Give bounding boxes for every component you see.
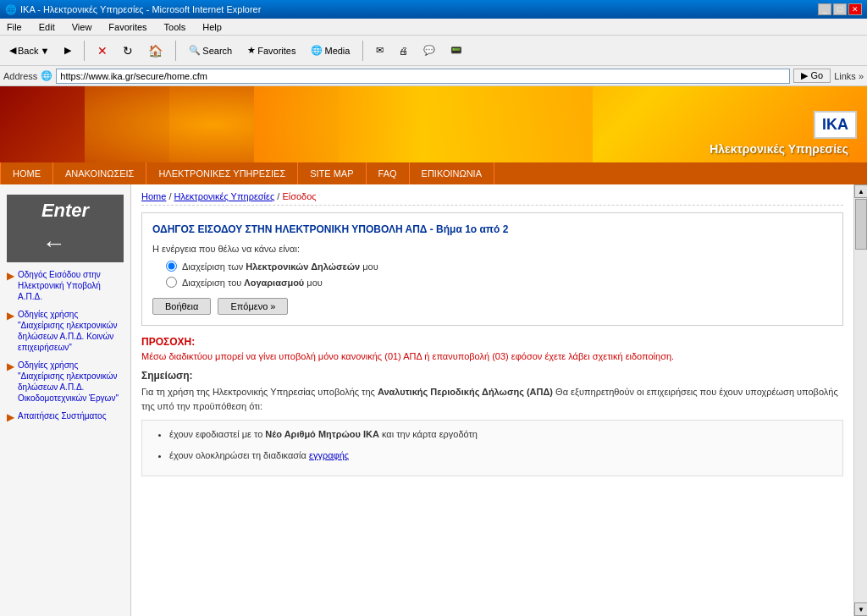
back-button[interactable]: ◀ Back ▼ bbox=[3, 42, 55, 58]
go-button[interactable]: ▶ Go bbox=[793, 69, 831, 83]
title-bar: 🌐 ΙΚΑ - Ηλεκτρονικές Υπηρεσίες - Microso… bbox=[0, 0, 867, 19]
search-icon: 🔍 bbox=[189, 45, 201, 56]
menu-favorites[interactable]: Favorites bbox=[105, 22, 150, 32]
site-title: Ηλεκτρονικές Υπηρεσίες bbox=[710, 142, 848, 156]
main-content: Home / Ηλεκτρονικές Υπηρεσίες / Είσοδος … bbox=[131, 184, 853, 616]
address-bar: Address 🌐 ▶ Go Links » bbox=[0, 66, 867, 86]
home-button[interactable]: 🏠 bbox=[142, 41, 168, 60]
stop-button[interactable]: ✕ bbox=[91, 41, 113, 60]
toolbar: ◀ Back ▼ ▶ ✕ ↻ 🏠 🔍 Search ★ Favorites 🌐 … bbox=[0, 36, 867, 66]
mail-icon: ✉ bbox=[376, 45, 384, 56]
next-button[interactable]: Επόμενο » bbox=[218, 298, 288, 315]
menu-edit[interactable]: Edit bbox=[36, 22, 58, 32]
toolbar-separator-2 bbox=[175, 41, 176, 61]
toolbar-separator-1 bbox=[84, 41, 85, 61]
toolbar-separator-3 bbox=[362, 41, 363, 61]
forward-button[interactable]: ▶ bbox=[58, 42, 77, 58]
bullet-icon: ▶ bbox=[7, 270, 14, 283]
enter-label: Enter bbox=[41, 200, 89, 222]
menu-view[interactable]: View bbox=[69, 22, 96, 32]
main-form-box: ΟΔΗΓΟΣ ΕΙΣΟΔΟΥ ΣΤΗΝ ΗΛΕΚΤΡΟΝΙΚΗ ΥΠΟΒΟΛΗ … bbox=[141, 212, 843, 326]
sidebar-item-link3[interactable]: ▶ Οδηγίες χρήσης "Διαχείρισης ηλεκτρονικ… bbox=[0, 356, 130, 407]
bullet-icon: ▶ bbox=[7, 411, 14, 425]
links-button[interactable]: Links » bbox=[834, 71, 864, 81]
back-icon: ◀ bbox=[9, 45, 16, 56]
nav-contact[interactable]: ΕΠΙΚΟΙΝΩΝΙΑ bbox=[410, 162, 494, 184]
bullet-icon: ▶ bbox=[7, 310, 14, 323]
menu-file[interactable]: File bbox=[3, 22, 25, 32]
go-arrow-icon: ▶ bbox=[801, 70, 808, 80]
maximize-button[interactable]: □ bbox=[833, 3, 847, 15]
nav-sitemap[interactable]: SITE MAP bbox=[298, 162, 366, 184]
radio-group: Διαχείριση των Ηλεκτρονικών Δηλώσεών μου… bbox=[166, 261, 832, 288]
breadcrumb-services[interactable]: Ηλεκτρονικές Υπηρεσίες bbox=[174, 191, 275, 201]
registration-link[interactable]: εγγραφής bbox=[309, 450, 349, 460]
browser-content: ΙΚΑ Ηλεκτρονικές Υπηρεσίες HOME ΑΝΑΚΟΙΝΩ… bbox=[0, 86, 867, 616]
search-button[interactable]: 🔍 Search bbox=[183, 42, 238, 58]
favorites-button[interactable]: ★ Favorites bbox=[241, 42, 301, 58]
address-input[interactable] bbox=[56, 69, 790, 84]
messenger-icon: 📟 bbox=[450, 45, 462, 56]
form-title: ΟΔΗΓΟΣ ΕΙΣΟΔΟΥ ΣΤΗΝ ΗΛΕΚΤΡΟΝΙΚΗ ΥΠΟΒΟΛΗ … bbox=[152, 223, 832, 235]
menu-tools[interactable]: Tools bbox=[161, 22, 190, 32]
star-icon: ★ bbox=[247, 45, 256, 56]
sidebar-item-link2[interactable]: ▶ Οδηγίες χρήσης "Διαχείρισης ηλεκτρονικ… bbox=[0, 305, 130, 356]
warning-section: ΠΡΟΣΟΧΗ: Μέσω διαδικτύου μπορεί να γίνει… bbox=[141, 336, 843, 361]
print-icon: 🖨 bbox=[399, 46, 408, 56]
dropdown-arrow-icon: ▼ bbox=[40, 46, 49, 56]
note-title: Σημείωση: bbox=[141, 370, 843, 382]
media-icon: 🌐 bbox=[311, 45, 323, 56]
note-section: Σημείωση: Για τη χρήση της Ηλεκτρονικής … bbox=[141, 370, 843, 476]
sidebar-item-link1[interactable]: ▶ Οδηγός Εισόδου στην Ηλεκτρονική Υποβολ… bbox=[0, 266, 130, 305]
nav-services[interactable]: ΗΛΕΚΤΡΟΝΙΚΕΣ ΥΠΗΡΕΣΙΕΣ bbox=[146, 162, 298, 184]
home-icon: 🏠 bbox=[148, 44, 163, 58]
radio-declarations-input[interactable] bbox=[166, 261, 177, 272]
sidebar: Enter ← ▶ Οδηγός Εισόδου στην Ηλεκτρονικ… bbox=[0, 184, 131, 616]
scroll-thumb[interactable] bbox=[855, 199, 867, 250]
address-label: Address bbox=[3, 71, 37, 81]
nav-home[interactable]: HOME bbox=[0, 162, 53, 184]
content-area: Enter ← ▶ Οδηγός Εισόδου στην Ηλεκτρονικ… bbox=[0, 184, 867, 616]
page-icon: 🌐 bbox=[41, 70, 52, 81]
window-title: ΙΚΑ - Ηλεκτρονικές Υπηρεσίες - Microsoft… bbox=[20, 4, 261, 14]
menu-bar: File Edit View Favorites Tools Help bbox=[0, 19, 867, 36]
help-button[interactable]: Βοήθεια bbox=[152, 298, 211, 315]
media-button[interactable]: 🌐 Media bbox=[305, 42, 356, 58]
button-row: Βοήθεια Επόμενο » bbox=[152, 298, 832, 315]
nav-bar: HOME ΑΝΑΚΟΙΝΩΣΕΙΣ ΗΛΕΚΤΡΟΝΙΚΕΣ ΥΠΗΡΕΣΙΕΣ… bbox=[0, 162, 867, 184]
breadcrumb-home[interactable]: Home bbox=[141, 191, 166, 201]
scroll-track[interactable] bbox=[854, 198, 867, 602]
enter-arrow-icon: ← bbox=[41, 230, 89, 257]
radio-account-input[interactable] bbox=[166, 277, 177, 288]
radio-item-declarations[interactable]: Διαχείριση των Ηλεκτρονικών Δηλώσεών μου bbox=[166, 261, 832, 272]
forward-icon: ▶ bbox=[64, 45, 71, 56]
minimize-button[interactable]: _ bbox=[818, 3, 831, 15]
radio-item-account[interactable]: Διαχείριση του Λογαριασμού μου bbox=[166, 277, 832, 288]
scrollbar: ▲ ▼ bbox=[853, 184, 867, 616]
note-text: Για τη χρήση της Ηλεκτρονικής Υπηρεσίας … bbox=[141, 385, 843, 413]
scroll-down-button[interactable]: ▼ bbox=[854, 602, 867, 616]
sidebar-item-link4[interactable]: ▶ Απαιτήσεις Συστήματος bbox=[0, 407, 130, 428]
menu-help[interactable]: Help bbox=[199, 22, 225, 32]
note-box: έχουν εφοδιαστεί με το Νέο Αριθμό Μητρώο… bbox=[141, 420, 843, 476]
scroll-up-button[interactable]: ▲ bbox=[854, 184, 867, 198]
nav-faq[interactable]: FAQ bbox=[367, 162, 410, 184]
close-button[interactable]: ✕ bbox=[848, 3, 862, 15]
ika-logo: ΙΚΑ bbox=[814, 111, 857, 139]
messenger-button[interactable]: 📟 bbox=[445, 42, 468, 58]
bullet-icon: ▶ bbox=[7, 360, 14, 374]
refresh-icon: ↻ bbox=[123, 44, 133, 58]
enter-image: Enter ← bbox=[7, 195, 124, 262]
note-bullet-1: έχουν εφοδιαστεί με το Νέο Αριθμό Μητρώο… bbox=[169, 427, 832, 442]
print-button[interactable]: 🖨 bbox=[393, 43, 414, 58]
action-label: Η ενέργεια που θέλω να κάνω είναι: bbox=[152, 244, 832, 254]
stop-icon: ✕ bbox=[97, 44, 108, 58]
site-header: ΙΚΑ Ηλεκτρονικές Υπηρεσίες bbox=[0, 86, 867, 162]
browser-icon: 🌐 bbox=[5, 4, 17, 15]
discuss-button[interactable]: 💬 bbox=[417, 42, 441, 58]
mail-button[interactable]: ✉ bbox=[370, 42, 389, 58]
breadcrumb: Home / Ηλεκτρονικές Υπηρεσίες / Είσοδος bbox=[141, 191, 843, 206]
note-bullet-2: έχουν ολοκληρώσει τη διαδικασία εγγραφής bbox=[169, 448, 832, 463]
refresh-button[interactable]: ↻ bbox=[117, 41, 139, 60]
nav-announcements[interactable]: ΑΝΑΚΟΙΝΩΣΕΙΣ bbox=[53, 162, 146, 184]
